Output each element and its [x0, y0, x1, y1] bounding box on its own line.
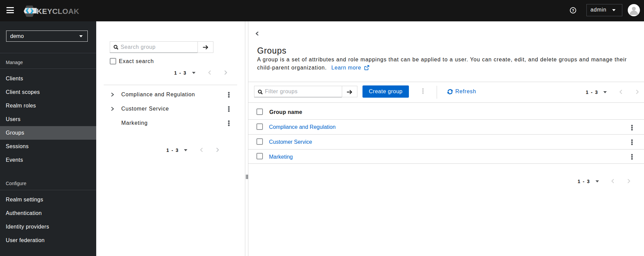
svg-text:KEYCLOAK: KEYCLOAK	[37, 7, 79, 16]
svg-text:?: ?	[572, 8, 574, 13]
